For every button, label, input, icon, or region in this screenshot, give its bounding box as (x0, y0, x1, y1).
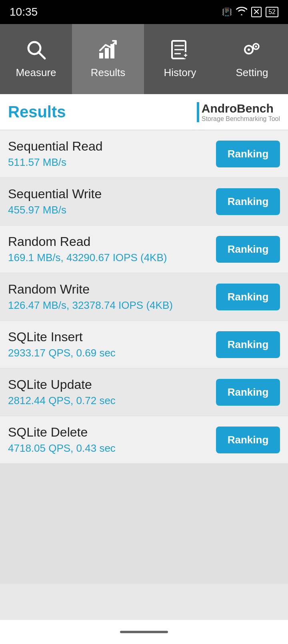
tab-setting[interactable]: Setting (216, 24, 288, 94)
home-indicator (120, 631, 168, 633)
result-row: Sequential Read511.57 MB/sRanking (0, 130, 288, 178)
result-row: SQLite Delete4718.05 QPS, 0.43 secRankin… (0, 416, 288, 464)
results-icon (98, 39, 118, 63)
result-info: SQLite Delete4718.05 QPS, 0.43 sec (8, 425, 216, 455)
tab-history[interactable]: History (144, 24, 216, 94)
result-info: Random Read169.1 MB/s, 43290.67 IOPS (4K… (8, 234, 216, 264)
result-value: 2812.44 QPS, 0.72 sec (8, 394, 216, 407)
result-name: SQLite Insert (8, 330, 216, 344)
ranking-button[interactable]: Ranking (216, 236, 280, 263)
result-value: 455.97 MB/s (8, 204, 216, 216)
tab-measure[interactable]: Measure (0, 24, 72, 94)
result-name: Sequential Write (8, 187, 216, 201)
brand-logo: AndroBench Storage Benchmarking Tool (197, 102, 280, 123)
result-name: Sequential Read (8, 139, 216, 154)
wifi-icon (236, 7, 247, 18)
page-title: Results (8, 103, 66, 121)
result-row: Sequential Write455.97 MB/sRanking (0, 178, 288, 225)
result-name: SQLite Update (8, 377, 216, 392)
bottom-bar (0, 620, 288, 644)
ranking-button[interactable]: Ranking (216, 331, 280, 358)
tab-results[interactable]: Results (72, 24, 144, 94)
ranking-button[interactable]: Ranking (216, 379, 280, 406)
result-value: 126.47 MB/s, 32378.74 IOPS (4KB) (8, 299, 216, 312)
bottom-area (0, 464, 288, 584)
ranking-button[interactable]: Ranking (216, 427, 280, 453)
result-rows: Sequential Read511.57 MB/sRankingSequent… (0, 130, 288, 464)
x-icon: ✕ (251, 7, 262, 17)
history-icon (170, 39, 190, 63)
result-row: SQLite Update2812.44 QPS, 0.72 secRankin… (0, 368, 288, 416)
tab-history-label: History (164, 66, 196, 79)
svg-line-1 (38, 52, 45, 58)
result-value: 4718.05 QPS, 0.43 sec (8, 442, 216, 455)
setting-icon (242, 39, 262, 63)
result-row: SQLite Insert2933.17 QPS, 0.69 secRankin… (0, 321, 288, 368)
ranking-button[interactable]: Ranking (216, 141, 280, 167)
result-info: Sequential Write455.97 MB/s (8, 187, 216, 216)
result-name: SQLite Delete (8, 425, 216, 440)
result-name: Random Read (8, 234, 216, 249)
result-info: SQLite Update2812.44 QPS, 0.72 sec (8, 377, 216, 407)
brand-subtitle: Storage Benchmarking Tool (202, 115, 280, 123)
result-info: Sequential Read511.57 MB/s (8, 139, 216, 169)
svg-rect-3 (105, 48, 109, 58)
svg-rect-2 (99, 53, 103, 58)
battery-icon: 52 (266, 7, 278, 17)
status-icons: 📳 ✕ 52 (222, 7, 278, 18)
result-info: Random Write126.47 MB/s, 32378.74 IOPS (… (8, 282, 216, 312)
ranking-button[interactable]: Ranking (216, 284, 280, 310)
svg-point-13 (255, 46, 257, 48)
result-value: 511.57 MB/s (8, 156, 216, 169)
vibrate-icon: 📳 (222, 7, 232, 17)
nav-tabs: Measure Results History (0, 24, 288, 94)
brand-name: AndroBench (202, 102, 280, 115)
tab-results-label: Results (91, 66, 126, 79)
result-value: 2933.17 QPS, 0.69 sec (8, 347, 216, 359)
status-bar: 10:35 📳 ✕ 52 (0, 0, 288, 24)
result-info: SQLite Insert2933.17 QPS, 0.69 sec (8, 330, 216, 359)
result-name: Random Write (8, 282, 216, 297)
brand-bar (197, 102, 199, 122)
status-time: 10:35 (10, 6, 38, 18)
results-header: Results AndroBench Storage Benchmarking … (0, 94, 288, 130)
measure-icon (26, 39, 46, 63)
tab-setting-label: Setting (236, 66, 268, 79)
ranking-button[interactable]: Ranking (216, 188, 280, 215)
brand-text: AndroBench Storage Benchmarking Tool (202, 102, 280, 123)
svg-point-11 (248, 48, 250, 51)
result-row: Random Read169.1 MB/s, 43290.67 IOPS (4K… (0, 225, 288, 273)
tab-measure-label: Measure (16, 66, 56, 79)
result-row: Random Write126.47 MB/s, 32378.74 IOPS (… (0, 273, 288, 321)
result-value: 169.1 MB/s, 43290.67 IOPS (4KB) (8, 252, 216, 264)
